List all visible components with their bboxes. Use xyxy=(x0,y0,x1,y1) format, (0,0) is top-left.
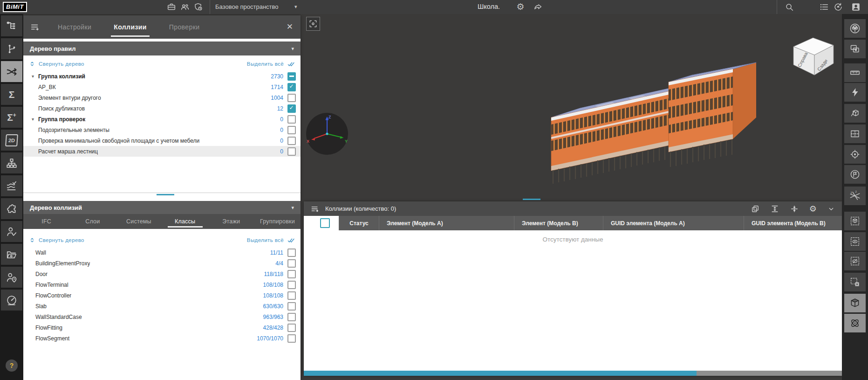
class-row[interactable]: Door118/118 xyxy=(23,269,301,279)
class-row[interactable]: FlowSegment1070/1070 xyxy=(23,333,301,344)
show-selection-icon[interactable] xyxy=(844,232,866,251)
gauge-icon[interactable] xyxy=(1,290,22,311)
class-checkbox[interactable] xyxy=(287,291,296,300)
column-element-b[interactable]: Элемент (Модель B) xyxy=(514,216,603,230)
tab-settings[interactable]: Настройки xyxy=(53,15,96,39)
copy-rows-icon[interactable] xyxy=(751,204,760,214)
rule-checkbox[interactable] xyxy=(287,72,296,81)
collision-tree-header[interactable]: Дерево коллизий ▾ xyxy=(23,201,301,214)
plugin-puzzle-icon[interactable] xyxy=(1,198,22,219)
bimit-logo[interactable]: BiMiT xyxy=(3,2,27,12)
org-chart-icon[interactable] xyxy=(1,152,22,173)
share-icon[interactable] xyxy=(533,2,543,12)
rules-tree-row[interactable]: Подозрительные элементы0 xyxy=(23,124,301,135)
class-checkbox[interactable] xyxy=(287,249,296,257)
class-checkbox[interactable] xyxy=(287,334,296,343)
class-row[interactable]: Slab630/630 xyxy=(23,301,301,311)
building-model[interactable] xyxy=(524,61,766,224)
class-checkbox[interactable] xyxy=(287,324,296,332)
class-checkbox[interactable] xyxy=(287,281,296,289)
section-cube-icon[interactable] xyxy=(844,104,866,123)
workspace-caret-icon[interactable]: ▾ xyxy=(294,4,297,10)
class-row[interactable]: FlowTerminal108/108 xyxy=(23,279,301,290)
split-rows-icon[interactable] xyxy=(790,204,799,214)
rule-checkbox[interactable] xyxy=(287,83,296,91)
rules-tree-row[interactable]: Проверка минимальной свободной площади с… xyxy=(23,135,301,146)
collapse-tree-link[interactable]: Свернуть дерево xyxy=(29,237,84,243)
tree-view-icon[interactable] xyxy=(844,19,866,38)
collapse-panel-chevron-icon[interactable] xyxy=(827,205,835,213)
ruler-icon[interactable] xyxy=(844,63,866,82)
tab-checks[interactable]: Проверки xyxy=(164,15,205,39)
panel-menu-icon[interactable] xyxy=(30,22,40,32)
class-row[interactable]: BuildingElementProxy4/4 xyxy=(23,258,301,269)
class-row[interactable]: FlowController108/108 xyxy=(23,290,301,301)
isolate-selection-icon[interactable] xyxy=(844,212,866,230)
row-expand-caret-icon[interactable]: ▾ xyxy=(32,74,38,79)
panel-split-drag-handle[interactable] xyxy=(157,194,174,195)
rule-checkbox[interactable] xyxy=(287,94,296,102)
horizontal-scrollbar[interactable] xyxy=(304,371,842,376)
class-checkbox[interactable] xyxy=(287,259,296,268)
settings-gear-icon[interactable]: ⚙ xyxy=(515,2,526,12)
model-tree-icon[interactable] xyxy=(1,15,22,36)
select-elements-icon[interactable] xyxy=(844,40,866,58)
tab-classes[interactable]: Классы xyxy=(162,214,208,229)
table-settings-gear-icon[interactable]: ⚙ xyxy=(809,204,817,214)
select-all-checkbox[interactable] xyxy=(320,218,330,228)
rules-tree-row[interactable]: ▾ Группа проверок0 xyxy=(23,114,301,124)
flag-icon[interactable] xyxy=(844,165,866,184)
floorplan-icon[interactable] xyxy=(844,124,866,143)
sum-add-icon[interactable]: Σ+ xyxy=(1,107,22,128)
rules-tree-row[interactable]: АР_ВК1714 xyxy=(23,82,301,92)
column-guid-b[interactable]: GUID элемента (Модель B) xyxy=(744,216,842,230)
clear-selection-icon[interactable] xyxy=(844,273,866,291)
rule-checkbox[interactable] xyxy=(287,137,296,145)
sync-notifications-icon[interactable] xyxy=(833,2,843,12)
user-check-icon[interactable] xyxy=(1,221,22,242)
column-status[interactable]: Статус xyxy=(339,216,379,230)
tab-ifc[interactable]: IFC xyxy=(23,214,69,229)
class-checkbox[interactable] xyxy=(287,302,296,311)
account-icon[interactable] xyxy=(851,2,861,12)
rule-checkbox[interactable] xyxy=(287,115,296,124)
tab-layers[interactable]: Слои xyxy=(69,214,116,229)
branch-icon[interactable] xyxy=(1,38,22,59)
locate-target-icon[interactable] xyxy=(844,145,866,164)
class-checkbox[interactable] xyxy=(287,313,296,321)
row-expand-caret-icon[interactable]: ▾ xyxy=(32,117,38,122)
rules-tree-row[interactable]: Поиск дубликатов12 xyxy=(23,103,301,114)
tab-groupings[interactable]: Группировки xyxy=(254,214,301,229)
sum-icon[interactable]: Σ xyxy=(1,84,22,105)
focus-selection-icon[interactable] xyxy=(306,17,320,31)
collisions-panel-drag-handle[interactable] xyxy=(523,199,540,200)
class-row[interactable]: FlowFitting428/428 xyxy=(23,322,301,333)
orbit-mode-icon[interactable] xyxy=(844,314,866,332)
clash-flash-icon[interactable] xyxy=(844,83,866,102)
collision-tree-collapse-caret-icon[interactable]: ▾ xyxy=(291,205,294,211)
rules-tree-row[interactable]: ▾ Группа коллизий2730 xyxy=(23,71,301,82)
tab-floors[interactable]: Этажи xyxy=(208,214,254,229)
axes-gizmo[interactable]: Z Y X xyxy=(305,112,349,156)
rule-checkbox[interactable] xyxy=(287,104,296,113)
panel-menu-icon[interactable] xyxy=(310,204,320,214)
class-row[interactable]: Wall11/11 xyxy=(23,247,301,258)
rule-checkbox[interactable] xyxy=(287,147,296,156)
hide-selection-icon[interactable] xyxy=(844,252,866,270)
briefcase-icon[interactable] xyxy=(166,2,177,12)
rules-tree-header[interactable]: Дерево правил ▾ xyxy=(23,41,301,55)
class-checkbox[interactable] xyxy=(287,270,296,278)
2d-view-icon[interactable]: 2D xyxy=(1,130,22,151)
user-location-icon[interactable] xyxy=(1,267,22,288)
column-element-a[interactable]: Элемент (Модель A) xyxy=(379,216,514,230)
task-list-icon[interactable] xyxy=(819,2,829,12)
rules-tree-row-selected[interactable]: Расчет марша лестниц0 xyxy=(23,146,301,157)
help-button[interactable]: ? xyxy=(6,359,18,372)
column-guid-a[interactable]: GUID элемента (Модель A) xyxy=(603,216,744,230)
workspace-selector[interactable]: Базовое пространство xyxy=(215,3,279,10)
search-icon[interactable] xyxy=(784,2,794,12)
folder-import-icon[interactable] xyxy=(1,244,22,265)
collapse-tree-link[interactable]: Свернуть дерево xyxy=(29,61,84,67)
select-all-link[interactable]: Выделить всё xyxy=(247,60,295,68)
rule-checkbox[interactable] xyxy=(287,126,296,134)
